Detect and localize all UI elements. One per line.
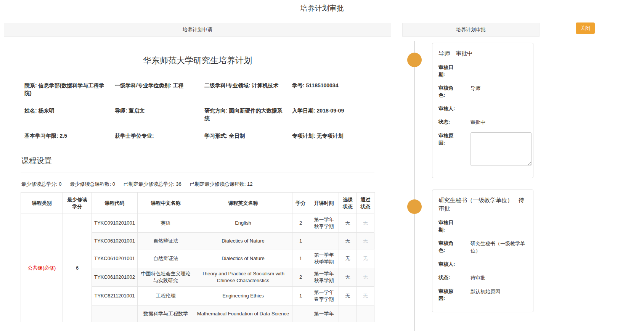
stat-value: 0 bbox=[59, 181, 61, 187]
course-code-cell: TYKC6211201001 bbox=[92, 287, 138, 305]
approval-field: 状态: 待审批 bbox=[438, 274, 527, 281]
course-en-name-cell: Engineering Ethics bbox=[194, 287, 292, 305]
info-label: 二级学科/专业领域: bbox=[204, 82, 251, 88]
approval-field-label: 审核原因: bbox=[438, 132, 457, 168]
approval-field-label: 审核人: bbox=[438, 260, 457, 268]
course-en-name-cell: Theory and Practice of Socialism with Ch… bbox=[194, 268, 292, 287]
plan-title: 华东师范大学研究生培养计划 bbox=[21, 55, 374, 66]
stat-item: 已制定最少修读总学分: 36 bbox=[124, 181, 181, 188]
select-status-cell: 无 bbox=[339, 233, 357, 249]
approval-steps: 导师 审批中 审核日期: bbox=[402, 43, 540, 312]
application-content: 华东师范大学研究生培养计划 院系: 信息学部(数据科学与工程学院) 一级学科/专… bbox=[4, 55, 391, 322]
approval-field-label: 状态: bbox=[438, 118, 457, 126]
approval-field-text: 研究生秘书（一级教学单位） bbox=[471, 241, 525, 254]
info-value: 2018-09-09 bbox=[317, 108, 344, 114]
course-table-header-cell: 通过 状态 bbox=[357, 193, 374, 214]
course-section-title: 课程设置 bbox=[21, 149, 374, 172]
info-value: 杨东明 bbox=[39, 108, 55, 114]
course-table-header-cell: 学分 bbox=[292, 193, 309, 214]
info-item: 姓名: 杨东明 bbox=[24, 107, 115, 122]
course-category-cell: 公共课(必修) bbox=[21, 214, 63, 322]
approval-card: 研究生秘书（一级教学单位） 待审批 审核日期: bbox=[432, 190, 533, 312]
course-time-cell: 第一学年 bbox=[309, 305, 339, 322]
approval-field-value bbox=[471, 105, 527, 112]
course-en-name-cell: Mathematical Foundation of Data Science bbox=[194, 305, 292, 322]
course-code-cell: TYKC0610201002 bbox=[92, 268, 138, 287]
course-code-cell: TYKC0610201001 bbox=[92, 233, 138, 249]
course-en-name-cell: English bbox=[194, 214, 292, 233]
course-row: TYKC0910201001 英语 English 2 第一学年 秋季学期 无 … bbox=[92, 214, 375, 233]
approval-field-value: 导师 bbox=[471, 84, 527, 99]
approval-field: 审核角色: 研究生秘书（一级教学单位） bbox=[438, 239, 527, 254]
approval-field-label: 审核角色: bbox=[438, 239, 457, 254]
course-code-cell: TYKC0910201001 bbox=[92, 214, 138, 233]
course-table-header-cell: 选课 状态 bbox=[339, 193, 357, 214]
approval-field-text: 导师 bbox=[471, 85, 480, 91]
approval-panel: 培养计划审批 导师 审批中 审核日期: bbox=[402, 23, 540, 331]
info-label: 院系: bbox=[24, 82, 37, 88]
info-item: 专项计划: 无专项计划 bbox=[292, 132, 374, 140]
pass-status-cell: 无 bbox=[357, 249, 374, 268]
select-status-cell: 无 bbox=[339, 268, 357, 287]
info-item: 二级学科/专业领域: 计算机技术 bbox=[204, 82, 292, 97]
course-time-cell: 第一学年 秋季学期 bbox=[309, 268, 339, 287]
course-table: 课程类别 最少修读 学分 课程代码 课程中文名称 课程英文名称 学分 开课时间 … bbox=[21, 192, 375, 322]
approval-field: 审核日期: bbox=[438, 219, 527, 233]
close-button[interactable]: 关闭 bbox=[576, 22, 595, 34]
approval-field-label: 审核人: bbox=[438, 105, 457, 112]
course-code-cell: TYKC0610201001 bbox=[92, 249, 138, 268]
course-credits-cell: 2 bbox=[292, 268, 309, 287]
approval-field-label: 审核日期: bbox=[438, 219, 457, 233]
approval-field-text: 待审批 bbox=[471, 275, 485, 281]
approval-panel-header: 培养计划审批 bbox=[402, 23, 540, 37]
approval-field-value bbox=[471, 260, 527, 268]
course-time-cell bbox=[309, 233, 339, 249]
approval-timeline: 导师 审批中 审核日期: bbox=[402, 37, 540, 331]
stat-item: 已制定最少修读总课程数: 12 bbox=[190, 181, 253, 188]
pass-status-cell: 无 bbox=[357, 214, 374, 233]
info-item: 学号: 51185100034 bbox=[292, 82, 374, 97]
info-item: 获学士学位专业: bbox=[115, 132, 204, 140]
course-time-cell: 第一学年 春季学期 bbox=[309, 287, 339, 305]
info-value: 计算机技术 bbox=[252, 82, 278, 88]
approval-fields: 审核日期: 审核角色: 导师 bbox=[438, 64, 527, 168]
info-item: 一级学科/专业学位类别: 工程 bbox=[115, 82, 204, 97]
course-credits-cell: 2 bbox=[292, 214, 309, 233]
approval-field-value bbox=[471, 132, 532, 168]
min-credits-cell: 6 bbox=[63, 214, 92, 322]
info-value: 全日制 bbox=[229, 133, 245, 139]
info-item: 导师: 董启文 bbox=[115, 107, 204, 122]
stat-value: 36 bbox=[176, 181, 181, 187]
course-cn-name-cell: 数据科学与工程数学 bbox=[138, 305, 194, 322]
course-credits-cell bbox=[292, 305, 309, 322]
page-title: 培养计划审批 bbox=[300, 3, 344, 13]
review-reason-textarea[interactable] bbox=[471, 132, 532, 166]
approval-field: 审核原因: 默认初始原因 bbox=[438, 288, 527, 302]
course-row: 数据科学与工程数学 Mathematical Foundation of Dat… bbox=[92, 305, 375, 322]
approval-field-value: 审批中 bbox=[471, 118, 527, 126]
stat-value: 12 bbox=[247, 181, 252, 187]
timeline-node-icon bbox=[407, 199, 422, 214]
course-table-header-cell: 开课时间 bbox=[309, 193, 339, 214]
course-table-body: 公共课(必修) 6 TYKC0910201001 英语 English 2 第一… bbox=[21, 214, 375, 322]
course-table-header-cell: 最少修读 学分 bbox=[63, 193, 92, 214]
application-panel-title: 培养计划申请 bbox=[183, 26, 212, 33]
info-value: 51185100034 bbox=[306, 82, 339, 88]
approval-field-label: 审核角色: bbox=[438, 84, 457, 99]
pass-status-cell: 无 bbox=[357, 233, 374, 249]
course-en-name-cell: Dialectics of Nature bbox=[194, 233, 292, 249]
approval-step: 研究生秘书（一级教学单位） 待审批 审核日期: bbox=[402, 190, 540, 312]
course-table-header-cell: 课程代码 bbox=[92, 193, 138, 214]
select-status-cell: 无 bbox=[339, 214, 357, 233]
info-label: 入学日期: bbox=[292, 108, 315, 114]
course-time-cell: 第一学年 秋季学期 bbox=[309, 214, 339, 233]
info-item: 学习形式: 全日制 bbox=[204, 132, 292, 140]
approval-field-value: 待审批 bbox=[471, 274, 527, 281]
stat-label: 最少修读总课程数: bbox=[70, 181, 111, 187]
approval-field-value: 默认初始原因 bbox=[471, 288, 527, 302]
application-panel: 培养计划申请 华东师范大学研究生培养计划 院系: 信息学部(数据科学与工程学院)… bbox=[4, 23, 391, 331]
approval-field-text: 默认初始原因 bbox=[471, 289, 500, 294]
approval-field: 审核人: bbox=[438, 105, 527, 112]
approval-field: 审核日期: bbox=[438, 64, 527, 78]
info-label: 一级学科/专业学位类别: bbox=[115, 82, 172, 88]
